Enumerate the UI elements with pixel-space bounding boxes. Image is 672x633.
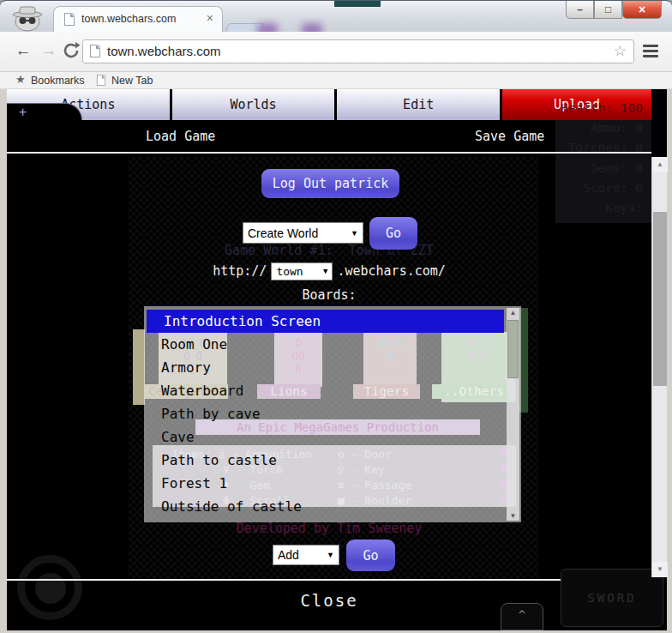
browser-toolbar: ← → town.webchars.com ☆ (0, 32, 672, 72)
bookmarks-star-icon[interactable]: ★ (15, 73, 26, 86)
board-list-item[interactable]: Forest 1 (144, 472, 504, 495)
menu-tab[interactable]: Edit (337, 89, 500, 120)
world-go-button[interactable]: Go (369, 217, 417, 250)
chevron-down-icon: ▼ (323, 267, 327, 275)
back-button[interactable]: ← (12, 39, 34, 62)
board-list-item[interactable]: Path to castle (144, 449, 504, 472)
page-scrollbar[interactable]: ▲ ▼ (651, 157, 667, 577)
scroll-down-icon[interactable]: ▼ (652, 562, 668, 577)
url-prefix: http:// (213, 263, 267, 279)
board-list-item[interactable]: Cave (144, 425, 504, 449)
board-list-item[interactable]: Room One (144, 333, 504, 356)
developer-credit: Developed by Tim Sweeney (7, 521, 651, 536)
minimize-button[interactable]: – (566, 1, 594, 19)
hamburger-menu-icon[interactable] (643, 45, 660, 58)
add-select[interactable]: Add ▼ (273, 545, 339, 565)
maximize-button[interactable]: □ (594, 1, 622, 19)
bookmark-new-tab[interactable]: New Tab (111, 75, 153, 87)
tab-title: town.webchars.com (81, 13, 176, 25)
world-action-value: Create World (248, 226, 318, 240)
url-suffix: .webchars.com/ (337, 263, 445, 279)
stat-row: Gems: 0 (549, 159, 646, 178)
window-controls: – □ × (566, 1, 662, 19)
sword-panel[interactable]: SWORD (561, 569, 663, 627)
stats-panel: Health: 100Ammo: 0Torches: 0Gems: 0Score… (549, 99, 646, 218)
board-graphic-strip (133, 329, 145, 405)
sword-label: SWORD (587, 591, 636, 605)
page-scroll-thumb[interactable] (653, 212, 667, 386)
world-caption: Game World #1: Town of ZZT (7, 243, 651, 258)
page-favicon (64, 13, 75, 26)
board-list-item[interactable]: Armory (144, 356, 504, 379)
menu-tab[interactable]: Worlds (172, 89, 335, 120)
chevron-down-icon: ▼ (327, 551, 334, 559)
stat-row: Health: 100 (549, 99, 646, 118)
add-select-value: Add (278, 548, 299, 562)
board-list-item[interactable]: Path by cave (144, 402, 504, 425)
listbox-scrollbar[interactable]: ▲ ▼ (507, 308, 519, 521)
menu-corner: + (7, 103, 82, 120)
close-button[interactable]: Close (7, 591, 651, 610)
bookmarks-bar: ★ Bookmarks New Tab (0, 72, 672, 89)
window-titlebar: town.webchars.com × – □ × (0, 1, 672, 32)
boards-listbox[interactable]: Introduction ScreenRoom OneArmoryWaterbo… (144, 306, 521, 522)
boards-list: Introduction ScreenRoom OneArmoryWaterbo… (144, 310, 521, 518)
tab-close-icon[interactable]: × (207, 11, 213, 25)
window-frame-left (0, 89, 7, 633)
browser-tab[interactable]: town.webchars.com × (53, 6, 223, 32)
scroll-up-icon[interactable]: ▲ (507, 309, 519, 316)
browser-window: town.webchars.com × – □ × ← → town.webch… (0, 0, 672, 633)
board-list-item[interactable]: Waterboard (144, 379, 504, 402)
forward-button[interactable]: → (38, 39, 60, 62)
stat-row: Score: 0 (549, 178, 646, 198)
add-go-button[interactable]: Go (346, 540, 395, 571)
board-list-item[interactable]: Outside of castle (144, 495, 504, 518)
url-text: town.webchars.com (107, 44, 221, 58)
board-list-item[interactable]: Introduction Screen (147, 310, 504, 333)
page-icon (90, 45, 100, 57)
divider-line (7, 579, 561, 581)
scroll-down-icon[interactable]: ▼ (507, 512, 519, 520)
new-tab-page-icon (97, 75, 105, 86)
plus-icon[interactable]: + (19, 105, 27, 120)
address-bar[interactable]: town.webchars.com ☆ (82, 39, 634, 63)
reload-icon[interactable] (62, 41, 81, 60)
stat-row: Ammo: 0 (549, 118, 646, 138)
scroll-up-icon[interactable]: ▲ (652, 157, 668, 172)
subdomain-row: http:// town ▼ .webchars.com/ (7, 261, 651, 281)
bookmark-star-icon[interactable]: ☆ (614, 42, 627, 60)
window-close-button[interactable]: × (622, 1, 662, 19)
stat-row: Keys: (549, 198, 646, 218)
bookmarks-label[interactable]: Bookmarks (31, 75, 85, 87)
subdomain-select[interactable]: town ▼ (271, 262, 333, 280)
save-game-link[interactable]: Save Game (475, 129, 544, 144)
load-game-link[interactable]: Load Game (146, 129, 215, 144)
logout-button[interactable]: Log Out patrick (261, 169, 399, 198)
boards-label: Boards: (7, 287, 651, 303)
world-action-select[interactable]: Create World ▼ (243, 222, 363, 244)
subdomain-value: town (276, 265, 303, 278)
background-artifact (334, 1, 381, 7)
stat-row: Torches: 0 (549, 138, 646, 158)
incognito-spy-icon (9, 4, 46, 32)
chevron-down-icon: ▼ (351, 229, 358, 238)
caret-up-button[interactable]: ^ (501, 603, 543, 630)
listbox-scroll-thumb[interactable] (507, 320, 519, 378)
